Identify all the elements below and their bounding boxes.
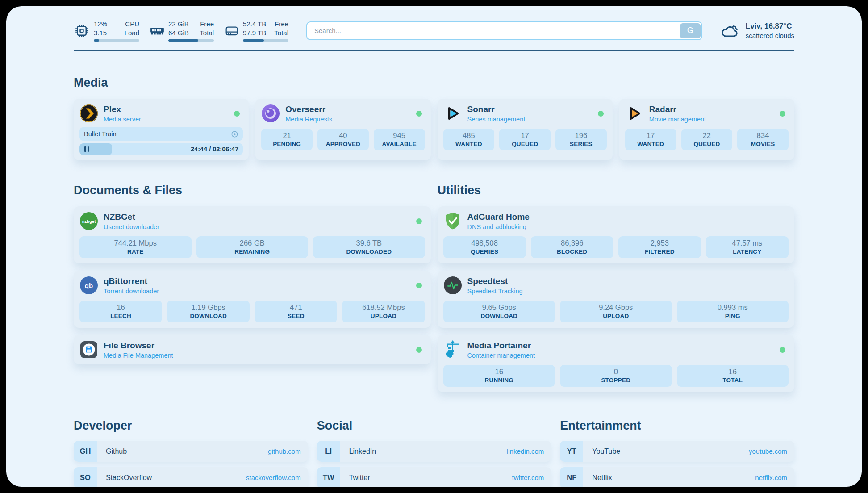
cpu-usage-value: 12% [94, 20, 107, 29]
bookmark-twitter[interactable]: TW Twitter twitter.com [317, 467, 551, 487]
stat-wanted: 485 WANTED [443, 129, 495, 150]
bookmark-name: Twitter [349, 474, 370, 482]
svg-text:qb: qb [85, 282, 93, 289]
dashboard-page: 12% 3.15 CPU Load [6, 6, 862, 487]
service-card-plex[interactable]: Plex Media server Bullet Train [74, 99, 249, 160]
service-card-portainer[interactable]: Media Portainer Container management 16 … [438, 335, 795, 392]
search-bar: G [306, 21, 702, 40]
section-title-social: Social [317, 419, 551, 433]
service-card-nzbget[interactable]: nzbget NZBGet Usenet downloader 74 [74, 206, 431, 263]
stat-remaining: 266 GB REMAINING [196, 236, 309, 258]
svg-text:nzbget: nzbget [82, 219, 96, 224]
pause-icon [84, 146, 89, 152]
weather-condition: scattered clouds [746, 32, 794, 39]
resource-monitors: 12% 3.15 CPU Load [74, 20, 288, 42]
bookmark-url: linkedin.com [507, 447, 544, 455]
bookmark-linkedin[interactable]: LI LinkedIn linkedin.com [317, 441, 551, 462]
header-divider [74, 50, 794, 51]
status-dot [780, 347, 785, 353]
service-title: Media Portainer [467, 341, 535, 351]
service-title: File Browser [104, 341, 173, 351]
status-dot [780, 111, 785, 117]
service-title: Sonarr [467, 104, 526, 114]
bookmark-name: LinkedIn [349, 447, 376, 455]
stat-approved: 40 APPROVED [317, 129, 369, 150]
bookmark-name: Github [106, 447, 127, 455]
overseerr-icon [261, 104, 280, 123]
section-title-utilities: Utilities [438, 184, 795, 197]
stat-ping: 0.993 ms PING [677, 301, 789, 322]
status-dot [416, 283, 422, 288]
bookmark-url: github.com [268, 447, 300, 455]
status-dot [234, 111, 240, 117]
service-card-overseerr[interactable]: Overseerr Media Requests 21 PENDING 40 A… [255, 99, 430, 160]
stat-wanted: 17 WANTED [625, 129, 676, 150]
cpu-load-label: Load [125, 29, 139, 38]
ram-icon [150, 26, 164, 36]
service-card-speedtest[interactable]: Speedtest Speedtest Tracking 9.65 Gbps D… [438, 271, 795, 328]
status-dot [598, 111, 604, 117]
memory-free-label: Free [200, 20, 214, 29]
service-title: Overseerr [285, 104, 332, 114]
disk-monitor: 52.4 TB 97.9 TB Free Total [225, 20, 288, 42]
service-subtitle: Container management [467, 352, 535, 359]
nzbget-icon: nzbget [79, 212, 98, 230]
stat-available: 945 AVAILABLE [374, 129, 425, 150]
bookmark-youtube[interactable]: YT YouTube youtube.com [560, 441, 794, 462]
playback-time: 24:44 / 02:06:47 [191, 146, 243, 153]
weather-location-temp: Lviv, 16.87°C [746, 22, 794, 31]
section-title-entertainment: Entertainment [560, 419, 794, 433]
bookmark-netflix[interactable]: NF Netflix netflix.com [560, 467, 794, 487]
service-card-adguard[interactable]: AdGuard Home DNS and adblocking 498,508 … [438, 206, 795, 263]
plex-icon [79, 104, 98, 123]
stat-downloaded: 39.6 TB DOWNLOADED [313, 236, 425, 258]
service-subtitle: Media Requests [285, 116, 332, 123]
stat-series: 196 SERIES [555, 129, 607, 150]
service-subtitle: Media server [104, 116, 141, 123]
service-card-sonarr[interactable]: Sonarr Series management 485 WANTED 17 Q… [438, 99, 613, 160]
service-subtitle: Speedtest Tracking [467, 288, 523, 295]
service-card-qbittorrent[interactable]: qb qBittorrent Torrent downloader [74, 271, 431, 328]
stat-queued: 22 QUEUED [681, 129, 733, 150]
portainer-icon [443, 340, 462, 359]
stat-upload: 618.52 Mbps UPLOAD [342, 301, 425, 322]
bookmark-abbr: GH [74, 441, 97, 462]
service-title: AdGuard Home [467, 212, 530, 222]
memory-free-value: 22 GiB [168, 20, 189, 29]
stat-filtered: 2,953 FILTERED [618, 236, 701, 258]
bookmark-github[interactable]: GH Github github.com [74, 441, 308, 462]
stat-total: 16 TOTAL [677, 365, 789, 387]
stat-stopped: 0 STOPPED [560, 365, 672, 387]
search-engine-button[interactable]: G [680, 23, 701, 38]
cpu-label: CPU [125, 20, 139, 29]
bookmark-url: netflix.com [755, 474, 787, 481]
section-title-developer: Developer [74, 419, 308, 433]
bookmark-abbr: LI [317, 441, 340, 462]
weather-widget: Lviv, 16.87°C scattered clouds [720, 22, 794, 39]
search-input[interactable] [306, 21, 702, 40]
cpu-icon [74, 23, 90, 39]
cpu-progress-bar [94, 39, 139, 42]
playback-progress-bar: 24:44 / 02:06:47 [79, 143, 243, 155]
bookmark-name: StackOverflow [106, 474, 152, 482]
stat-latency: 47.57 ms LATENCY [706, 236, 789, 258]
bookmark-stackoverflow[interactable]: SO StackOverflow stackoverflow.com [74, 467, 308, 487]
disk-icon [225, 25, 239, 37]
now-playing-row: Bullet Train [79, 127, 243, 141]
bookmark-url: youtube.com [749, 447, 787, 455]
disk-total-label: Total [274, 29, 288, 38]
disk-free-label: Free [274, 20, 288, 29]
stat-blocked: 86,396 BLOCKED [531, 236, 613, 258]
service-subtitle: Torrent downloader [104, 288, 159, 295]
service-card-filebrowser[interactable]: File Browser Media File Management [74, 335, 431, 364]
disk-free-value: 52.4 TB [243, 20, 266, 29]
radarr-icon [625, 104, 644, 123]
cpu-load-value: 3.15 [94, 29, 107, 38]
stat-pending: 21 PENDING [261, 129, 313, 150]
stat-movies: 834 MOVIES [737, 129, 789, 150]
top-bar: 12% 3.15 CPU Load [74, 6, 794, 42]
memory-total-value: 64 GiB [168, 29, 189, 38]
memory-total-label: Total [200, 29, 214, 38]
service-card-radarr[interactable]: Radarr Movie management 17 WANTED 22 QUE… [619, 99, 794, 160]
service-subtitle: Usenet downloader [104, 223, 159, 230]
